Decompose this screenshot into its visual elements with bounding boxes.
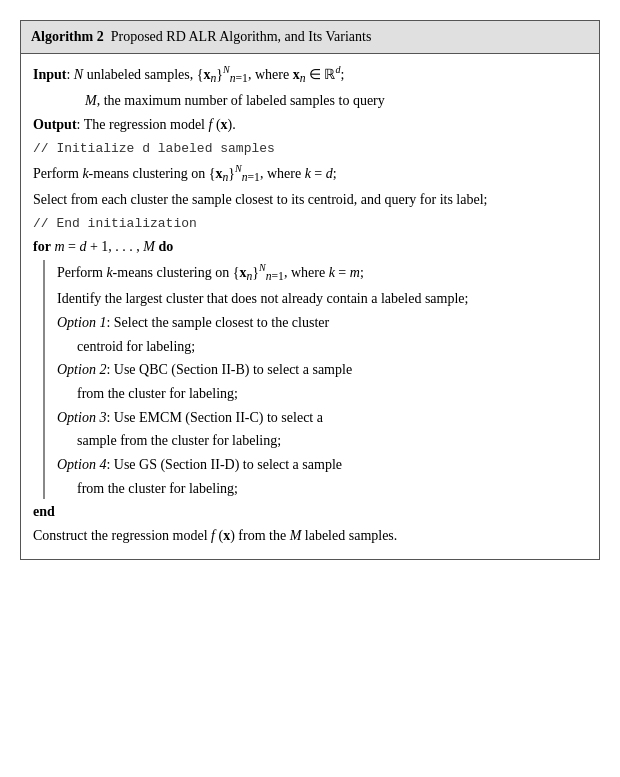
for-block: Perform k-means clustering on {xn}Nn=1, …: [43, 260, 587, 500]
input-line2: M, the maximum number of labeled samples…: [33, 90, 587, 112]
algorithm-box: Algorithm 2 Proposed RD ALR Algorithm, a…: [20, 20, 600, 560]
perform-kmeans-init: Perform k-means clustering on {xn}Nn=1, …: [33, 161, 587, 188]
option4-line2: from the cluster for labeling;: [57, 478, 587, 500]
select-cluster-init: Select from each cluster the sample clos…: [33, 189, 587, 211]
algorithm-title: Algorithm 2 Proposed RD ALR Algorithm, a…: [31, 29, 371, 44]
algorithm-body: Input: N unlabeled samples, {xn}Nn=1, wh…: [21, 54, 599, 559]
for-identify: Identify the largest cluster that does n…: [57, 288, 587, 310]
output-label: Output: [33, 117, 77, 132]
algorithm-header: Algorithm 2 Proposed RD ALR Algorithm, a…: [21, 21, 599, 54]
option2-line2: from the cluster for labeling;: [57, 383, 587, 405]
option3-line2: sample from the cluster for labeling;: [57, 430, 587, 452]
end-label: end: [33, 501, 587, 523]
output-line: Output: The regression model f (x).: [33, 114, 587, 136]
input-label: Input: [33, 66, 66, 81]
input-line: Input: N unlabeled samples, {xn}Nn=1, wh…: [33, 62, 587, 89]
option4-line1: Option 4: Use GS (Section II-D) to selec…: [57, 454, 587, 476]
for-line: for m = d + 1, . . . , M do: [33, 236, 587, 258]
conclude-line1: Construct the regression model f (x) fro…: [33, 525, 587, 547]
option2-line1: Option 2: Use QBC (Section II-B) to sele…: [57, 359, 587, 381]
comment-initialize: // Initialize d labeled samples: [33, 139, 587, 159]
option1-line1: Option 1: Select the sample closest to t…: [57, 312, 587, 334]
comment-end-init: // End initialization: [33, 214, 587, 234]
option3-line1: Option 3: Use EMCM (Section II-C) to sel…: [57, 407, 587, 429]
option1-line2: centroid for labeling;: [57, 336, 587, 358]
for-kmeans: Perform k-means clustering on {xn}Nn=1, …: [57, 260, 587, 287]
